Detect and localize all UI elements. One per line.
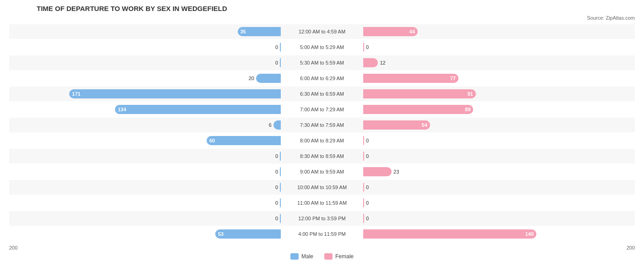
bar-male: 0 <box>280 214 281 223</box>
male-value: 0 <box>275 216 278 221</box>
bar-male: 6 <box>273 120 281 130</box>
chart-row: 53 4:00 PM to 11:59 PM 140 <box>9 227 635 241</box>
axis-row: 200 200 <box>9 242 635 250</box>
bar-female: 0 <box>363 214 364 223</box>
chart-row: 171 6:30 AM to 6:59 AM 91 <box>9 87 635 101</box>
right-half: 0 <box>322 180 635 195</box>
chart-row: 0 10:00 AM to 10:59 AM 0 <box>9 180 635 195</box>
right-half: 54 <box>322 118 635 132</box>
bar-male: 134 <box>115 105 281 114</box>
bar-female: 12 <box>363 58 378 67</box>
male-value: 171 <box>72 91 80 97</box>
female-value: 23 <box>393 169 399 174</box>
bar-male: 0 <box>280 183 281 192</box>
bar-female: 54 <box>363 120 430 130</box>
bar-female: 77 <box>363 74 458 83</box>
female-value: 0 <box>366 185 369 190</box>
chart-row: 6 7:30 AM to 7:59 AM 54 <box>9 118 635 132</box>
chart-row: 0 5:00 AM to 5:29 AM 0 <box>9 40 635 54</box>
female-value: 0 <box>366 44 369 50</box>
bar-female: 89 <box>363 105 473 114</box>
male-value: 53 <box>218 231 224 237</box>
bar-female: 0 <box>363 183 364 192</box>
legend-male: Male <box>290 253 313 260</box>
left-half: 0 <box>9 40 322 54</box>
male-value: 0 <box>275 153 278 159</box>
right-half: 91 <box>322 87 635 101</box>
source-label: Source: ZipAtlas.com <box>9 15 635 21</box>
bar-female: 0 <box>363 136 364 145</box>
bar-female: 140 <box>363 229 536 239</box>
right-half: 12 <box>322 55 635 70</box>
bar-male: 0 <box>280 167 281 176</box>
right-half: 44 <box>322 24 635 39</box>
chart-title: TIME OF DEPARTURE TO WORK BY SEX IN WEDG… <box>9 5 635 12</box>
bar-female: 0 <box>363 43 364 52</box>
female-value: 44 <box>409 29 415 34</box>
left-half: 53 <box>9 227 322 241</box>
left-half: 0 <box>9 211 322 226</box>
female-value: 12 <box>380 60 385 65</box>
right-half: 0 <box>322 149 635 163</box>
left-half: 0 <box>9 180 322 195</box>
bar-male: 35 <box>238 27 281 36</box>
female-value: 140 <box>525 231 534 237</box>
male-value: 0 <box>275 44 278 50</box>
right-half: 140 <box>322 227 635 241</box>
left-half: 35 <box>9 24 322 39</box>
chart-row: 20 6:00 AM to 6:29 AM 77 <box>9 71 635 86</box>
bar-female: 91 <box>363 89 476 98</box>
female-value: 0 <box>366 138 369 143</box>
chart-area: 35 12:00 AM to 4:59 AM 44 0 5:00 AM to 5… <box>9 24 635 250</box>
chart-row: 0 12:00 PM to 3:59 PM 0 <box>9 211 635 226</box>
chart-row: 0 9:00 AM to 9:59 AM 23 <box>9 164 635 179</box>
right-half: 23 <box>322 164 635 179</box>
male-value: 0 <box>275 200 278 206</box>
female-value: 89 <box>465 107 470 112</box>
chart-row: 134 7:00 AM to 7:29 AM 89 <box>9 102 635 117</box>
chart-row: 60 8:00 AM to 8:29 AM 0 <box>9 133 635 148</box>
bar-male: 0 <box>280 58 281 67</box>
bar-male: 20 <box>256 74 281 83</box>
bar-male: 0 <box>280 198 281 207</box>
legend-male-label: Male <box>301 253 313 260</box>
legend-female-box <box>324 253 333 260</box>
left-half: 0 <box>9 149 322 163</box>
female-value: 54 <box>422 122 427 128</box>
left-half: 6 <box>9 118 322 132</box>
female-value: 0 <box>366 216 369 221</box>
male-value: 35 <box>240 29 246 34</box>
chart-row: 0 5:30 AM to 5:59 AM 12 <box>9 55 635 70</box>
right-half: 0 <box>322 196 635 210</box>
male-value: 0 <box>275 185 278 190</box>
bar-female: 23 <box>363 167 392 176</box>
axis-right: 200 <box>627 245 635 250</box>
bar-female: 44 <box>363 27 418 36</box>
female-value: 91 <box>467 91 473 97</box>
legend: Male Female <box>9 253 635 260</box>
male-value: 134 <box>118 107 126 112</box>
right-half: 0 <box>322 133 635 148</box>
legend-female-label: Female <box>335 253 354 260</box>
bar-male: 53 <box>215 229 281 239</box>
left-half: 134 <box>9 102 322 117</box>
male-value: 60 <box>209 138 215 143</box>
male-value: 6 <box>269 122 272 128</box>
male-value: 0 <box>275 169 278 174</box>
left-half: 20 <box>9 71 322 86</box>
left-half: 171 <box>9 87 322 101</box>
left-half: 0 <box>9 196 322 210</box>
bar-male: 171 <box>69 89 281 98</box>
male-value: 0 <box>275 60 278 65</box>
right-half: 89 <box>322 102 635 117</box>
bar-female: 0 <box>363 152 364 161</box>
bar-male: 0 <box>280 43 281 52</box>
right-half: 77 <box>322 71 635 86</box>
bar-male: 60 <box>207 136 281 145</box>
left-half: 0 <box>9 55 322 70</box>
bar-female: 0 <box>363 198 364 207</box>
legend-female: Female <box>324 253 354 260</box>
left-half: 60 <box>9 133 322 148</box>
chart-row: 0 8:30 AM to 8:59 AM 0 <box>9 149 635 163</box>
axis-left: 200 <box>9 245 17 250</box>
